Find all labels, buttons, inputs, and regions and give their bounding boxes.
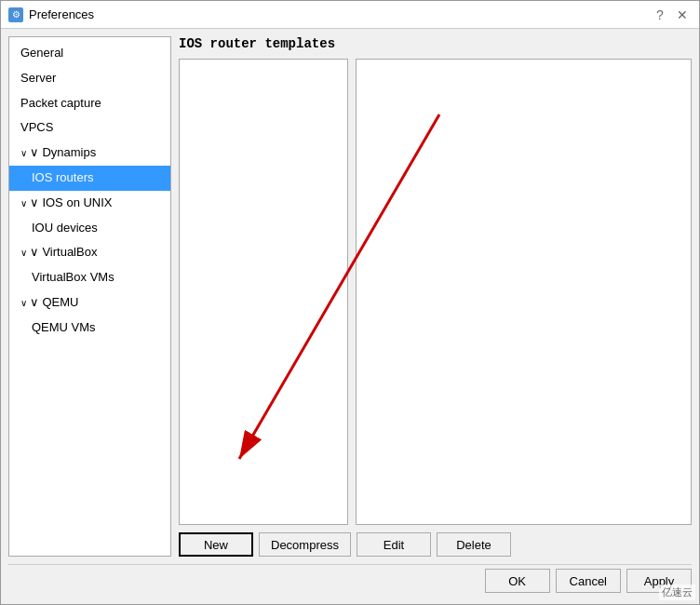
cancel-button[interactable]: Cancel — [556, 569, 621, 593]
footer: OKCancelApply — [8, 564, 692, 597]
watermark: 亿速云 — [659, 585, 695, 600]
sidebar-item-qemu[interactable]: ∨ QEMU — [9, 290, 170, 316]
close-button[interactable]: ✕ — [673, 6, 692, 24]
right-panel: IOS router templates — [179, 36, 692, 557]
sidebar-item-ios-on-unix[interactable]: ∨ IOS on UNIX — [9, 191, 170, 216]
sidebar-item-vpcs[interactable]: VPCS — [9, 115, 170, 141]
app-icon: ⚙ — [8, 7, 23, 22]
main-row: GeneralServerPacket captureVPCS∨ Dynamip… — [8, 36, 692, 557]
sidebar-item-iou-devices[interactable]: IOU devices — [9, 216, 170, 241]
title-bar: ⚙ Preferences ? ✕ — [1, 1, 699, 29]
template-list[interactable] — [179, 59, 348, 525]
panel-title: IOS router templates — [179, 36, 692, 51]
sidebar-item-server[interactable]: Server — [9, 66, 170, 91]
sidebar-item-virtualbox-vms[interactable]: VirtualBox VMs — [9, 265, 170, 290]
content-area: GeneralServerPacket captureVPCS∨ Dynamip… — [1, 29, 699, 604]
sidebar-item-virtualbox[interactable]: ∨ VirtualBox — [9, 240, 170, 265]
preferences-window: ⚙ Preferences ? ✕ GeneralServerPacket ca… — [0, 0, 700, 605]
title-bar-buttons: ? ✕ — [651, 6, 692, 24]
edit-button[interactable]: Edit — [357, 532, 431, 557]
delete-button[interactable]: Delete — [437, 532, 511, 557]
new-button[interactable]: New — [179, 532, 253, 557]
sidebar-item-qemu-vms[interactable]: QEMU VMs — [9, 316, 170, 341]
sidebar-item-ios-routers[interactable]: IOS routers — [9, 166, 170, 191]
sidebar: GeneralServerPacket captureVPCS∨ Dynamip… — [8, 36, 171, 557]
window-title: Preferences — [29, 7, 651, 21]
sidebar-item-general[interactable]: General — [9, 41, 170, 66]
decompress-button[interactable]: Decompress — [259, 532, 351, 557]
help-button[interactable]: ? — [651, 6, 669, 24]
sidebar-item-packet-capture[interactable]: Packet capture — [9, 91, 170, 116]
ok-button[interactable]: OK — [485, 569, 550, 593]
template-detail — [356, 59, 692, 525]
panel-buttons: NewDecompressEditDelete — [179, 532, 692, 557]
panel-body-wrapper — [179, 59, 692, 525]
sidebar-item-dynamips[interactable]: ∨ Dynamips — [9, 141, 170, 166]
